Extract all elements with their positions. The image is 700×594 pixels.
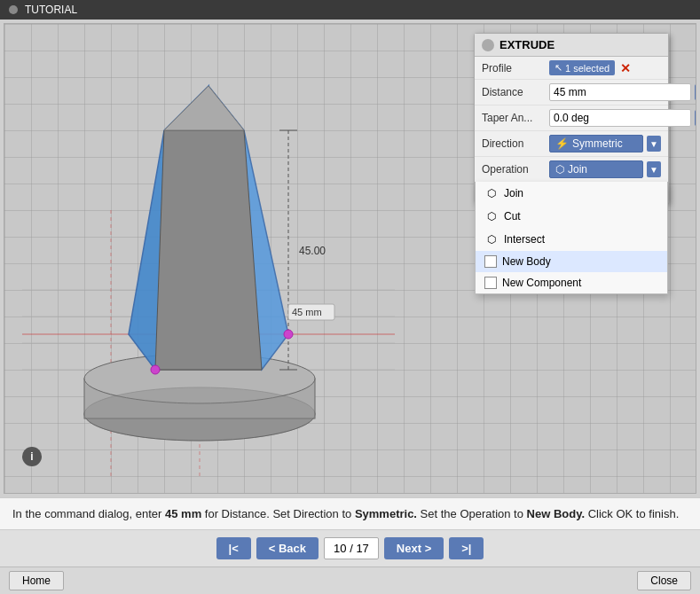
close-button[interactable]: Close (637, 571, 691, 590)
newbody-option-label: New Body (502, 255, 551, 268)
distance-dropdown-button[interactable]: ▼ (695, 84, 696, 100)
intersect-option-label: Intersect (504, 233, 545, 246)
dropdown-item-intersect[interactable]: ⬡ Intersect (476, 228, 667, 251)
join-option-icon: ⬡ (484, 186, 499, 200)
svg-marker-14 (155, 130, 262, 370)
dropdown-item-newcomponent[interactable]: New Component (476, 272, 667, 293)
title-icon (9, 5, 18, 14)
svg-marker-15 (164, 86, 244, 130)
direction-label: Direction (482, 137, 546, 150)
profile-value: 1 selected (565, 63, 610, 74)
join-option-label: Join (504, 187, 523, 199)
taper-label: Taper An... (482, 112, 546, 124)
operation-dropdown-menu: ⬡ Join ⬡ Cut ⬡ Intersect New Body (475, 182, 668, 294)
svg-text:45.00: 45.00 (299, 245, 326, 257)
instruction-text3: Click OK to finish. (585, 507, 679, 520)
dropdown-item-newbody[interactable]: New Body (476, 251, 667, 272)
svg-text:45 mm: 45 mm (292, 307, 322, 317)
instruction-text2: Set the Operation to (417, 507, 527, 520)
back-button[interactable]: < Back (256, 537, 319, 559)
direction-dropdown-button[interactable]: ▼ (647, 136, 661, 152)
dropdown-item-cut[interactable]: ⬡ Cut (476, 205, 667, 228)
symmetric-icon: ⚡ (555, 137, 569, 150)
home-button[interactable]: Home (9, 571, 64, 590)
cursor-icon: ↖ (554, 62, 562, 74)
instruction-text1: for Distance. Set Direction to (201, 507, 355, 520)
3d-model: 45.00 45 mm (22, 33, 395, 485)
operation-selected[interactable]: ⬡ Join (549, 160, 643, 178)
distance-row: Distance ▼ (475, 80, 668, 106)
svg-point-21 (284, 330, 293, 339)
distance-label: Distance (482, 86, 546, 98)
direction-value[interactable]: ⚡ Symmetric (549, 135, 643, 152)
operation-dropdown-button[interactable]: ▼ (647, 161, 661, 177)
distance-input[interactable] (549, 83, 691, 101)
operation-text: Join (568, 163, 587, 176)
instruction-bold1: 45 mm (165, 507, 201, 520)
last-button[interactable]: >| (449, 537, 484, 559)
profile-label: Profile (482, 62, 546, 74)
extrude-panel: EXTRUDE Profile ↖ 1 selected ✕ Distance … (474, 33, 669, 204)
main-container: 45.00 45 mm i EXTRUDE Profile ↖ 1 select… (0, 20, 700, 594)
newbody-checkbox (484, 255, 497, 268)
instruction-bar: In the command dialog, enter 45 mm for D… (0, 497, 700, 530)
page-total: 17 (356, 542, 368, 555)
instruction-text-before: In the command dialog, enter (12, 507, 165, 520)
operation-row: Operation ⬡ Join ▼ ⬡ Join ⬡ Cut (475, 157, 668, 183)
profile-clear-button[interactable]: ✕ (618, 61, 633, 75)
page-indicator: 10 / 17 (324, 537, 379, 559)
panel-close-button[interactable] (482, 39, 494, 51)
intersect-option-icon: ⬡ (484, 232, 499, 246)
info-button[interactable]: i (22, 447, 42, 466)
cut-option-icon: ⬡ (484, 209, 499, 223)
direction-row: Direction ⚡ Symmetric ▼ (475, 131, 668, 157)
extrude-header: EXTRUDE (475, 34, 668, 57)
svg-point-20 (151, 365, 160, 374)
taper-dropdown-button[interactable]: ▼ (695, 110, 696, 126)
profile-row: Profile ↖ 1 selected ✕ (475, 57, 668, 80)
instruction-bold3: New Body. (527, 507, 586, 520)
taper-input[interactable] (549, 109, 691, 127)
title-text: TUTORIAL (25, 4, 77, 16)
page-separator: / (350, 542, 353, 555)
newcomponent-option-label: New Component (502, 277, 581, 289)
title-bar: TUTORIAL (0, 0, 700, 20)
dropdown-item-join[interactable]: ⬡ Join (476, 182, 667, 205)
navigation-bar: |< < Back 10 / 17 Next > >| (0, 529, 700, 567)
operation-label: Operation (482, 163, 546, 176)
instruction-bold2: Symmetric. (355, 507, 417, 520)
cut-option-label: Cut (504, 210, 521, 223)
page-current: 10 (334, 542, 346, 555)
profile-select-button[interactable]: ↖ 1 selected (549, 60, 615, 75)
first-button[interactable]: |< (216, 537, 251, 559)
join-icon: ⬡ (555, 163, 564, 176)
svg-point-10 (84, 387, 315, 441)
taper-row: Taper An... ▼ (475, 106, 668, 131)
direction-text: Symmetric (572, 137, 623, 150)
extrude-title: EXTRUDE (499, 38, 554, 51)
newcomponent-checkbox (484, 277, 497, 289)
viewport: 45.00 45 mm i EXTRUDE Profile ↖ 1 select… (4, 23, 696, 494)
bottom-bar: Home Close (0, 567, 700, 594)
next-button[interactable]: Next > (384, 537, 444, 559)
